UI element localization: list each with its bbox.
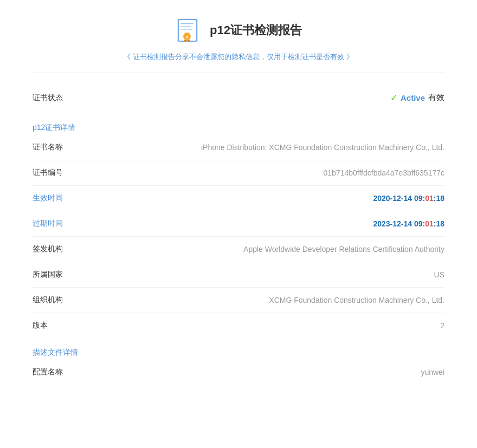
org-label: 组织机构	[33, 295, 87, 305]
cert-number-value: 01b714b0fffdcfbda4a7e3bff635177c	[324, 168, 444, 177]
subtitle-text: 《 证书检测报告分享不会泄露您的隐私信息，仅用于检测证书是否有效 》	[124, 52, 353, 62]
effective-date-value: 2020-12-14 09:01:18	[373, 194, 444, 203]
certificate-icon: ★	[175, 16, 203, 44]
issuer-value: Apple Worldwide Developer Relations Cert…	[243, 245, 444, 254]
desc-section-title: 描述文件详情	[33, 348, 444, 358]
country-label: 所属国家	[33, 270, 87, 280]
cert-name-row: 证书名称 iPhone Distribution: XCMG Foundatio…	[33, 135, 444, 160]
version-row: 版本 2	[33, 313, 444, 338]
org-row: 组织机构 XCMG Foundation Construction Machin…	[33, 288, 444, 313]
country-value: US	[434, 270, 444, 279]
header-divider	[33, 73, 444, 73]
cert-name-label: 证书名称	[33, 142, 87, 152]
status-row: 证书状态 ✓ Active 有效	[33, 83, 444, 113]
cert-number-label: 证书编号	[33, 168, 87, 178]
expiry-date-value: 2023-12-14 09:01:18	[373, 219, 444, 228]
effective-date-row: 生效时间 2020-12-14 09:01:18	[33, 186, 444, 211]
desc-section: 描述文件详情 配置名称 yunwei	[33, 348, 444, 385]
version-value: 2	[440, 321, 444, 330]
active-text: Active	[401, 93, 425, 102]
cert-name-value: iPhone Distribution: XCMG Foundation Con…	[201, 143, 444, 152]
effective-date-label: 生效时间	[33, 193, 87, 203]
p12-section: p12证书详情 证书名称 iPhone Distribution: XCMG F…	[33, 123, 444, 338]
page-header: ★ p12证书检测报告 《 证书检测报告分享不会泄露您的隐私信息，仅用于检测证书…	[33, 16, 444, 62]
status-value: ✓ Active 有效	[390, 93, 444, 103]
config-name-label: 配置名称	[33, 367, 87, 377]
valid-text: 有效	[428, 93, 444, 103]
svg-text:★: ★	[185, 35, 189, 39]
issuer-label: 签发机构	[33, 244, 87, 254]
version-label: 版本	[33, 321, 87, 330]
cert-number-row: 证书编号 01b714b0fffdcfbda4a7e3bff635177c	[33, 160, 444, 186]
svg-rect-4	[181, 29, 192, 30]
country-row: 所属国家 US	[33, 262, 444, 288]
issuer-row: 签发机构 Apple Worldwide Developer Relations…	[33, 237, 444, 262]
config-name-row: 配置名称 yunwei	[33, 360, 444, 385]
p12-section-title: p12证书详情	[33, 123, 444, 133]
check-icon: ✓	[390, 93, 397, 103]
svg-rect-3	[181, 26, 191, 27]
page-title: p12证书检测报告	[210, 22, 302, 38]
org-value: XCMG Foundation Construction Machinery C…	[269, 296, 444, 304]
status-label: 证书状态	[33, 93, 87, 103]
svg-rect-2	[181, 23, 194, 24]
expiry-date-label: 过期时间	[33, 219, 87, 229]
expiry-date-row: 过期时间 2023-12-14 09:01:18	[33, 211, 444, 237]
config-name-value: yunwei	[421, 368, 444, 376]
